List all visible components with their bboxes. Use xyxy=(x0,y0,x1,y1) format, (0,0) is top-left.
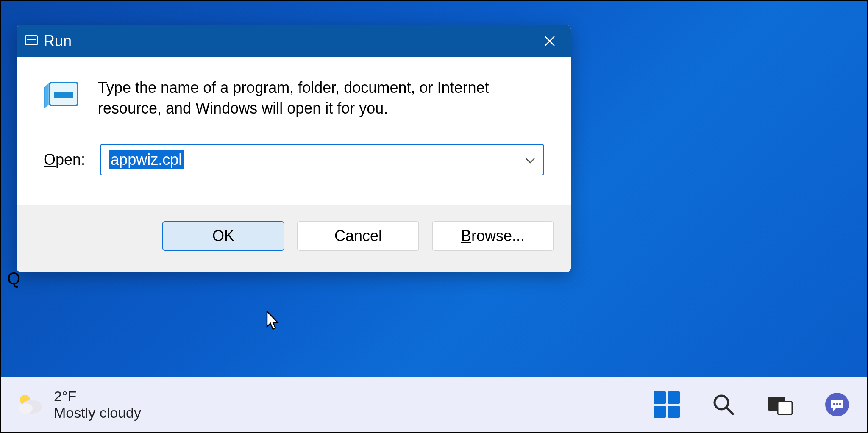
svg-rect-5 xyxy=(54,92,73,98)
close-icon xyxy=(543,35,556,47)
weather-widget[interactable]: 2°F Mostly cloudy xyxy=(17,388,141,421)
browse-button[interactable]: Browse... xyxy=(432,221,554,251)
clipped-text-q: Q xyxy=(7,269,20,288)
chat-icon xyxy=(824,391,850,418)
open-combobox[interactable]: appwiz.cpl xyxy=(100,144,544,175)
open-label: Open: xyxy=(44,151,85,169)
svg-point-15 xyxy=(833,403,835,405)
svg-line-10 xyxy=(726,408,733,414)
ok-button[interactable]: OK xyxy=(162,221,284,251)
search-button[interactable] xyxy=(709,390,738,419)
svg-point-17 xyxy=(839,403,841,405)
run-dialog: Run Type the name of a program, folder, … xyxy=(17,25,571,272)
svg-rect-12 xyxy=(778,402,792,414)
svg-point-16 xyxy=(836,403,838,405)
svg-rect-1 xyxy=(27,39,36,40)
taskbar[interactable]: 2°F Mostly cloudy xyxy=(1,377,867,432)
windows-logo-icon xyxy=(654,391,680,418)
close-button[interactable] xyxy=(537,31,562,52)
dialog-title: Run xyxy=(44,32,72,50)
chevron-down-icon[interactable] xyxy=(525,153,535,167)
run-icon xyxy=(25,35,38,47)
task-view-icon xyxy=(768,393,793,416)
start-button[interactable] xyxy=(652,390,681,419)
ok-button-label: OK xyxy=(212,227,234,245)
svg-point-8 xyxy=(19,403,33,414)
cancel-button-label: Cancel xyxy=(334,227,382,245)
browse-button-label: Browse... xyxy=(461,227,525,245)
run-large-icon xyxy=(44,78,79,111)
open-input-value[interactable]: appwiz.cpl xyxy=(109,150,184,169)
task-view-button[interactable] xyxy=(766,390,795,419)
cancel-button[interactable]: Cancel xyxy=(297,221,419,251)
mouse-cursor-icon xyxy=(266,311,280,331)
weather-icon xyxy=(17,392,43,417)
chat-button[interactable] xyxy=(823,390,851,419)
search-icon xyxy=(712,393,735,416)
dialog-description: Type the name of a program, folder, docu… xyxy=(98,78,544,119)
weather-temperature: 2°F xyxy=(54,388,141,405)
button-row: OK Cancel Browse... xyxy=(17,205,571,272)
titlebar[interactable]: Run xyxy=(17,25,571,57)
weather-condition: Mostly cloudy xyxy=(54,405,141,421)
